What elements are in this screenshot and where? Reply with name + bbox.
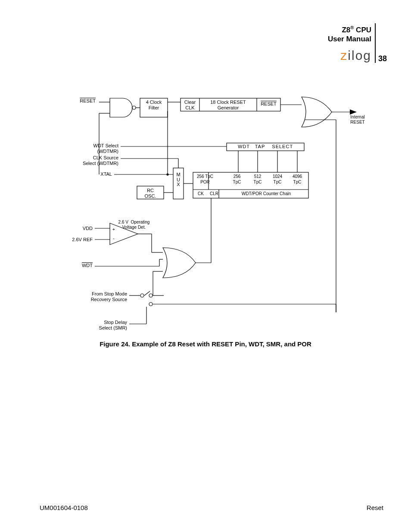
blk-4clock-filter: 4 Clock Filter bbox=[140, 100, 168, 110]
sig-wdt-select: WDT Select (WDTMR) bbox=[69, 143, 118, 154]
svg-point-48 bbox=[140, 294, 144, 297]
svg-point-52 bbox=[149, 302, 153, 306]
svg-point-17 bbox=[166, 173, 168, 175]
comp-minus: - bbox=[111, 236, 116, 241]
counter-chain-label: WDT/POR Counter Chain bbox=[224, 191, 308, 196]
tap3a: 1024 bbox=[269, 174, 286, 179]
tap0a: 256 TpC bbox=[193, 174, 217, 179]
blk-reset-out: RESET bbox=[257, 101, 280, 107]
blk-rc-osc: RC OSC. bbox=[137, 188, 164, 199]
footer-section: Reset bbox=[367, 504, 383, 511]
sig-clk-source: CLK Source Select (WDTMR) bbox=[60, 155, 118, 166]
clr-label: CLR bbox=[208, 191, 221, 196]
comp-label: 2.6 V Operating Voltage Det. bbox=[110, 220, 158, 230]
blk-tap-select: WDT TAP SELECT bbox=[227, 144, 304, 149]
sig-stop-delay: Stop Delay Select (SMR) bbox=[69, 320, 127, 330]
sig-reset-in: RESET bbox=[65, 98, 96, 104]
svg-point-49 bbox=[149, 294, 153, 297]
sig-xtal: XTAL bbox=[78, 171, 112, 177]
tap1a: 256 bbox=[228, 174, 246, 179]
tap4a: 4096 bbox=[289, 174, 306, 179]
tap1b: TpC bbox=[228, 180, 246, 185]
blk-mux: M U X bbox=[174, 172, 183, 187]
blk-clear-clk: Clear CLK bbox=[181, 100, 199, 110]
tap0b: POR bbox=[193, 180, 217, 185]
figure-caption: Figure 24. Example of Z8 Reset with RESE… bbox=[0, 340, 411, 348]
sig-26ref: 2.6V REF bbox=[52, 237, 93, 243]
tap4b: TpC bbox=[289, 180, 306, 185]
comp-plus: + bbox=[111, 227, 116, 232]
footer-docnum: UM001604-0108 bbox=[40, 504, 88, 511]
tap2a: 512 bbox=[249, 174, 266, 179]
sig-vdd: VDD bbox=[60, 226, 93, 231]
tap2b: TpC bbox=[249, 180, 266, 185]
reset-diagram bbox=[0, 0, 411, 345]
svg-marker-13 bbox=[350, 109, 357, 115]
sig-internal-reset: Internal RESET bbox=[345, 115, 371, 124]
blk-reset-gen: 18 Clock RESET Generator bbox=[199, 100, 257, 110]
sig-stop-src: From Stop Mode Recovery Source bbox=[65, 291, 127, 302]
tap3b: TpC bbox=[269, 180, 286, 185]
sig-wdt: WDT bbox=[65, 263, 93, 268]
svg-point-0 bbox=[132, 106, 136, 109]
ck-label: CK bbox=[195, 191, 207, 196]
